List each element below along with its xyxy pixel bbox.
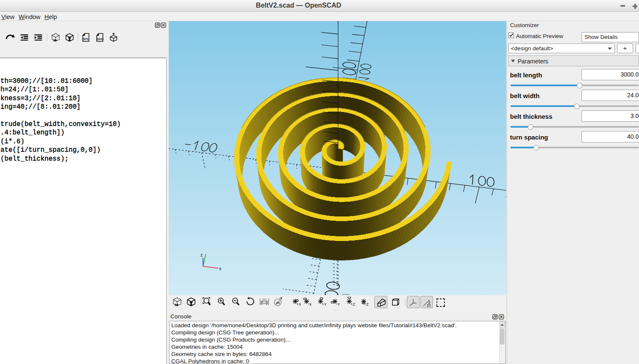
svg-text:+X: +X [296, 302, 301, 307]
svg-text:SVG: SVG [97, 37, 104, 41]
svg-text:10: 10 [427, 304, 431, 308]
svg-text:+Z: +Z [351, 302, 355, 307]
svg-text:-Z: -Z [365, 302, 369, 307]
svg-text:+Y: +Y [322, 302, 326, 307]
svg-text:STL: STL [83, 37, 89, 41]
svg-text:z: z [200, 252, 203, 257]
svg-text:45: 45 [276, 301, 280, 305]
svg-text:x: x [219, 266, 222, 271]
svg-text:-X: -X [308, 302, 312, 307]
svg-text:10: 10 [262, 298, 266, 302]
svg-text:-Y: -Y [336, 302, 340, 307]
